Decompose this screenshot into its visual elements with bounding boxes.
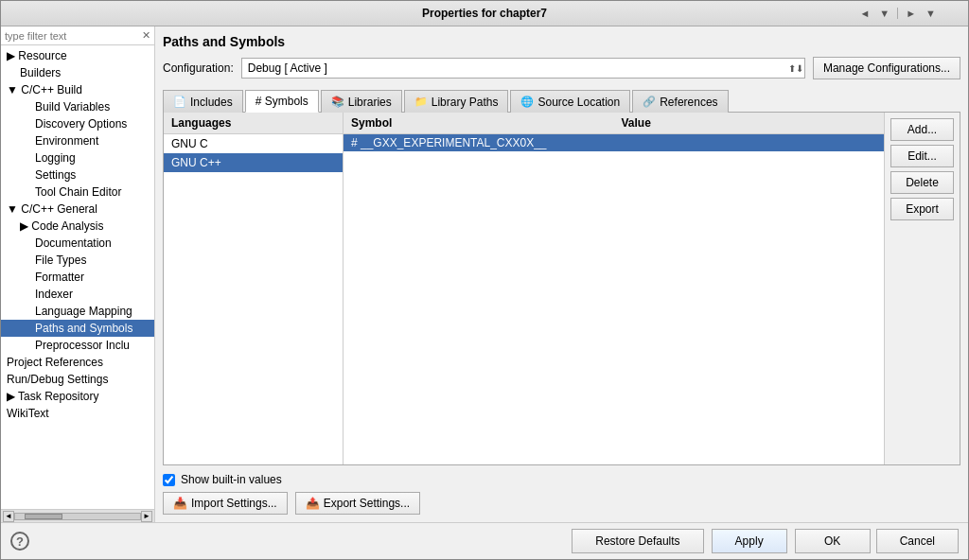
restore-defaults-button[interactable]: Restore Defaults [572,529,703,553]
libraries-tab-icon: 📚 [331,96,344,108]
restore-apply-group: Restore Defaults Apply [572,529,786,553]
add-button[interactable]: Add... [890,118,954,141]
main-dialog: Properties for chapter7 ◄ ▼ ► ▼ ✕ ▶ Reso… [0,0,969,560]
tab-symbols[interactable]: # Symbols [245,90,319,113]
filter-box: ✕ [1,26,154,45]
nav-dropdown-button[interactable]: ▼ [875,6,893,21]
table-row[interactable]: # __GXX_EXPERIMENTAL_CXX0X__ [344,134,884,151]
sidebar-item-environment[interactable]: Environment [1,132,154,149]
sidebar-item-file-types[interactable]: File Types [1,252,154,269]
sidebar-item-formatter[interactable]: Formatter [1,269,154,286]
apply-button[interactable]: Apply [712,529,787,553]
import-settings-button[interactable]: 📥 Import Settings... [163,492,288,515]
sidebar-item-indexer[interactable]: Indexer [1,286,154,303]
tab-includes[interactable]: 📄Includes [163,90,243,113]
sidebar-item-settings[interactable]: Settings [1,166,154,184]
config-row: Configuration: Debug [ Active ] ⬆⬇ Manag… [163,57,960,79]
scroll-track [14,513,141,520]
nav-forward-button[interactable]: ► [902,6,920,21]
symbols-tab-label: # Symbols [255,95,308,108]
title-bar: Properties for chapter7 ◄ ▼ ► ▼ [1,1,968,26]
show-builtin-label: Show built-in values [181,473,282,486]
right-panel: Paths and Symbols Configuration: Debug [… [155,26,968,522]
sidebar-item-cpp-general[interactable]: ▼ C/C++ General [1,201,154,218]
references-tab-icon: 🔗 [643,96,656,108]
languages-pane: Languages GNU CGNU C++ [164,113,344,464]
symbol-col-header: Symbol [344,113,614,133]
tab-references[interactable]: 🔗References [632,90,728,113]
dialog-title: Properties for chapter7 [422,7,547,20]
manage-configurations-button[interactable]: Manage Configurations... [813,57,960,79]
sidebar-item-resource[interactable]: ▶ Resource [1,47,154,64]
sidebar-item-cpp-build[interactable]: ▼ C/C++ Build [1,81,154,98]
library-paths-tab-label: Library Paths [432,96,499,109]
tab-content: Languages GNU CGNU C++ Symbol Value # __… [163,113,960,465]
lang-item-gnu-cpp[interactable]: GNU C++ [164,153,343,172]
sidebar-item-language-mapping[interactable]: Language Mapping [1,303,154,320]
nav-separator [897,8,898,19]
symbol-value-cell [614,136,877,149]
nav-buttons: ◄ ▼ ► ▼ [855,6,940,21]
delete-button[interactable]: Delete [890,171,954,194]
sidebar-item-paths-and-symbols[interactable]: Paths and Symbols [1,320,154,337]
ok-button[interactable]: OK [795,529,871,553]
scroll-thumb[interactable] [25,514,62,519]
help-icon[interactable]: ? [10,532,29,551]
export-settings-button[interactable]: 📤 Export Settings... [295,492,420,515]
lang-list: GNU CGNU C++ [164,134,343,464]
export-icon: 📤 [306,497,320,510]
ok-cancel-group: OK Cancel [795,529,959,553]
config-select-wrap: Debug [ Active ] ⬆⬇ [241,58,805,79]
nav-forward-dropdown-button[interactable]: ▼ [922,6,940,21]
scroll-right-button[interactable]: ► [141,511,152,522]
sidebar-item-project-references[interactable]: Project References [1,354,154,371]
tab-library-paths[interactable]: 📁Library Paths [404,90,509,113]
sidebar-item-documentation[interactable]: Documentation [1,235,154,252]
panel-title: Paths and Symbols [163,34,960,49]
dialog-footer: ? Restore Defaults Apply OK Cancel [1,522,968,559]
bottom-controls: Show built-in values 📥 Import Settings..… [163,473,960,515]
export-button[interactable]: Export [890,198,954,220]
tab-bar: 📄Includes# Symbols📚Libraries📁Library Pat… [163,89,960,113]
symbol-name-cell: # __GXX_EXPERIMENTAL_CXX0X__ [351,136,614,149]
symbol-list: # __GXX_EXPERIMENTAL_CXX0X__ [344,134,884,464]
sidebar-item-preprocessor-inclu[interactable]: Preprocessor Inclu [1,337,154,354]
import-icon: 📥 [173,497,187,510]
libraries-tab-label: Libraries [348,96,392,109]
sidebar-item-discovery-options[interactable]: Discovery Options [1,115,154,132]
sidebar-item-task-repository[interactable]: ▶ Task Repository [1,388,154,405]
footer-left: ? [10,532,564,551]
symbols-header: Symbol Value [344,113,884,134]
references-tab-label: References [660,96,717,109]
sidebar: ✕ ▶ Resource Builders▼ C/C++ Build Build… [1,26,155,522]
filter-input[interactable] [5,30,142,42]
sidebar-item-code-analysis[interactable]: ▶ Code Analysis [1,218,154,235]
library-paths-tab-icon: 📁 [414,96,428,108]
includes-tab-icon: 📄 [173,96,186,108]
main-content: ✕ ▶ Resource Builders▼ C/C++ Build Build… [1,26,968,522]
filter-icon: ✕ [142,29,150,42]
sidebar-item-logging[interactable]: Logging [1,149,154,166]
show-builtin-row: Show built-in values [163,473,960,486]
sidebar-item-build-variables[interactable]: Build Variables [1,98,154,115]
sidebar-item-toolchain-editor[interactable]: Tool Chain Editor [1,184,154,201]
show-builtin-checkbox[interactable] [163,474,175,486]
tab-libraries[interactable]: 📚Libraries [321,90,402,113]
sidebar-tree: ▶ Resource Builders▼ C/C++ Build Build V… [1,45,154,509]
cancel-button[interactable]: Cancel [876,529,959,553]
tab-source-location[interactable]: 🌐Source Location [510,90,630,113]
includes-tab-label: Includes [190,96,233,109]
scroll-left-button[interactable]: ◄ [3,511,14,522]
action-buttons-panel: Add...Edit...DeleteExport [884,113,960,464]
sidebar-item-builders[interactable]: Builders [1,64,154,81]
lang-item-gnu-c[interactable]: GNU C [164,134,343,153]
sidebar-item-wikitext[interactable]: WikiText [1,405,154,422]
import-export-row: 📥 Import Settings... 📤 Export Settings..… [163,492,960,515]
languages-header: Languages [164,113,343,134]
edit-button[interactable]: Edit... [890,145,954,167]
sidebar-scrollbar: ◄ ► [1,509,154,522]
source-location-tab-icon: 🌐 [520,96,534,108]
sidebar-item-run-debug-settings[interactable]: Run/Debug Settings [1,371,154,388]
config-select[interactable]: Debug [ Active ] [241,58,805,79]
nav-back-button[interactable]: ◄ [855,6,873,21]
